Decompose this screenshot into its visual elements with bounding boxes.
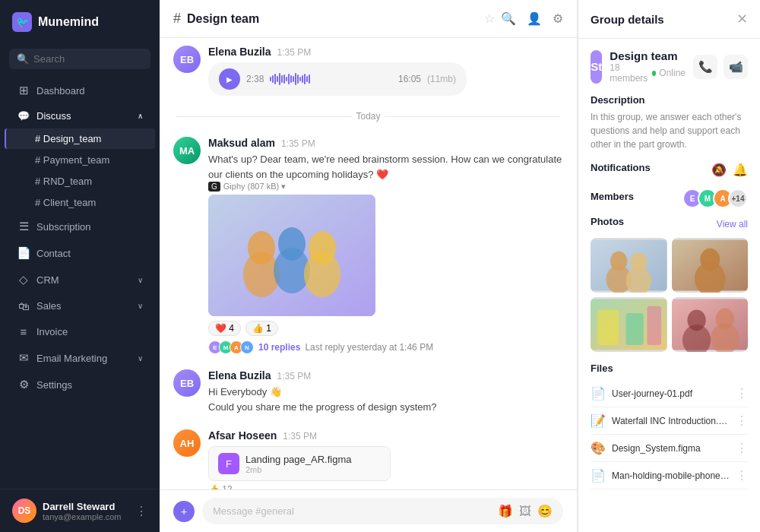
video-button[interactable]: 📹 [724,55,748,79]
file-row-name: Man-holding-mobile-phone-05.pdf [612,470,730,481]
reaction-thumbs[interactable]: 👍 1 [245,321,278,336]
sidebar-logo: 🐦 Munemind [0,0,160,44]
sidebar-item-payment-team[interactable]: # Payment_team [5,150,155,170]
photos-title: Photos [591,216,624,227]
sidebar-item-client-team[interactable]: # Client_team [5,192,155,213]
svg-rect-16 [597,309,619,345]
reply-time: Last reply yesterday at 1:46 PM [305,342,433,353]
crm-arrow: ∨ [138,276,143,284]
svg-rect-17 [626,313,644,345]
giphy-embed [208,195,375,316]
image-button[interactable]: 🖼 [519,505,531,518]
photo-thumb-2[interactable] [672,238,749,293]
sidebar-item-discuss[interactable]: 💬 Discuss ∧ [5,104,155,128]
sidebar-item-settings[interactable]: ⚙ Settings [5,372,155,397]
dashboard-icon: ⊞ [17,84,30,97]
message-group: MA Maksud alam 1:35 PM What's up? Dear t… [160,129,577,362]
avatar: EB [173,46,201,73]
chat-input-wrap: 🎁 🖼 😊 [202,498,563,524]
file-row-name: Waterfall INC Introduction.word [612,416,730,426]
channel-name: Design team [187,12,475,26]
photo-thumb-4[interactable] [672,297,749,352]
sidebar-item-rnd-team[interactable]: # RND_team [5,171,155,192]
word-icon: 📝 [591,413,606,428]
notification-icons: 🔕 🔔 [711,163,748,177]
sidebar-item-contact[interactable]: 📄 Contact [5,240,155,266]
chat-header-actions: 🔍 👤 ⚙ [501,11,563,26]
group-actions: 📞 📹 [693,55,748,79]
pdf-icon: 📄 [591,468,606,483]
view-all-photos-button[interactable]: View all [717,219,748,230]
wave-bar [304,74,306,84]
wave-bar [288,74,290,84]
giphy-svg [208,195,375,316]
online-indicator [652,71,656,76]
reply-avatar: N [240,340,254,354]
giphy-label: G Giphy (807 kB) ▾ [208,182,563,192]
more-members[interactable]: +14 [728,188,748,208]
reaction-heart[interactable]: ❤️ 4 [208,321,241,336]
gift-button[interactable]: 🎁 [498,504,513,518]
description-text: In this group, we answer each other's qu… [591,110,748,151]
sidebar-item-design-team[interactable]: # Design_team [5,128,155,149]
close-panel-button[interactable]: ✕ [736,11,748,27]
notifications-row: Notifications 🔕 🔔 [591,162,748,178]
wave-bar [277,76,278,82]
file-row: 📝 Waterfall INC Introduction.word ⋮ [591,407,748,435]
message-time: 1:35 PM [277,371,311,382]
audio-player[interactable]: ▶ 2:38 [208,62,467,96]
description-title: Description [591,94,748,106]
file-row: 📄 Man-holding-mobile-phone-05.pdf ⋮ [591,462,748,489]
star-button[interactable]: ☆ [484,11,495,26]
add-member-button[interactable]: 👤 [527,11,542,26]
photo-thumb-1[interactable] [591,238,667,293]
search-bar[interactable]: 🔍 [9,49,150,69]
file-type-icon: F [218,453,239,474]
message-header: Elena Buzila 1:35 PM [208,46,563,58]
sidebar-item-invoice[interactable]: ≡ Invoice [5,319,155,344]
file-menu-button[interactable]: ⋮ [736,468,748,483]
add-attachment-button[interactable]: + [173,501,195,522]
message-time: 1:35 PM [283,431,317,442]
enable-notifications-button[interactable]: 🔔 [733,163,748,177]
channel-hash: # [173,11,181,27]
sidebar-item-dashboard[interactable]: ⊞ Dashboard [5,78,155,103]
photo-thumb-3[interactable] [591,297,667,352]
emoji-button[interactable]: 😊 [537,504,553,518]
group-meta-info: Design team 18 members Online [610,49,686,84]
sidebar-nav: ⊞ Dashboard 💬 Discuss ∧ # Design_team # … [0,77,160,489]
sidebar-item-subscription[interactable]: ☰ Subscription [5,214,155,239]
avatar: MA [173,137,201,164]
wave-bar [309,74,310,84]
file-info: Landing page_AR.figma 2mb [245,454,352,474]
group-avatar: St [591,50,602,84]
file-name: Landing page_AR.figma [245,454,352,465]
call-button[interactable]: 📞 [693,55,717,79]
play-button[interactable]: ▶ [219,68,240,90]
file-row: 📄 User-journey-01.pdf ⋮ [591,380,748,407]
reply-count[interactable]: 10 replies [258,342,300,353]
user-avatar: DS [12,499,36,523]
file-attachment[interactable]: F Landing page_AR.figma 2mb [208,446,391,481]
file-menu-button[interactable]: ⋮ [736,441,748,455]
user-menu-button[interactable]: ⋮ [135,504,147,518]
settings-button[interactable]: ⚙ [553,11,563,26]
file-menu-button[interactable]: ⋮ [736,413,748,428]
panel-content: St Design team 18 members Online 📞 📹 Des… [578,39,760,532]
message-header: Afsar Hoseen 1:35 PM [208,429,563,442]
sidebar-item-sales[interactable]: 🛍 Sales ∨ [5,293,155,318]
search-messages-button[interactable]: 🔍 [501,11,516,26]
wave-bar [270,77,271,81]
invoice-icon: ≡ [17,325,30,338]
sidebar-item-crm[interactable]: ◇ CRM ∨ [5,267,155,293]
sidebar-item-email-marketing[interactable]: ✉ Email Marketing ∨ [5,345,155,371]
user-email: tanya@example.com [43,512,129,521]
search-input[interactable] [33,53,143,65]
message-input[interactable] [213,505,492,517]
file-menu-button[interactable]: ⋮ [736,386,748,401]
chat-messages: EB Elena Buzila 1:35 PM ▶ 2:38 [160,38,577,489]
file-row-name: User-journey-01.pdf [612,388,730,399]
message-group: EB Elena Buzila 1:35 PM Hi Everybody 👋 C… [160,362,577,422]
mute-notifications-button[interactable]: 🔕 [711,163,727,177]
pdf-icon: 📄 [591,386,606,401]
